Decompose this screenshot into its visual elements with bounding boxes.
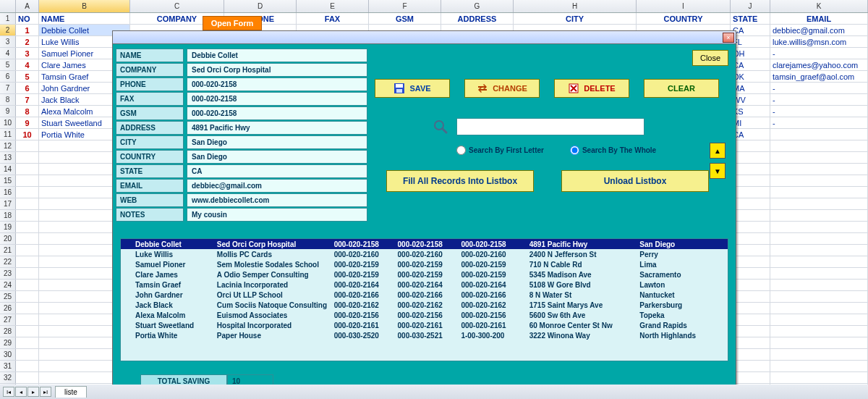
search-by-first-letter-radio[interactable]: Search By First Letter [456,146,544,155]
cell-no[interactable] [16,361,39,371]
row-number[interactable]: 5 [0,59,16,70]
cell-state[interactable] [731,291,770,302]
list-item[interactable]: John GardnerOrci Ut LLP School000-020-21… [121,290,728,300]
cell-email[interactable]: tamsin_graef@aol.com [770,71,868,82]
col-letter[interactable]: I [637,0,731,12]
cell-state[interactable]: WV [731,94,770,105]
cell-state[interactable]: MA [731,83,770,93]
cell-email[interactable] [770,210,868,221]
tab-nav-prev-icon[interactable]: ◂ [15,387,27,397]
cell-email[interactable] [770,337,868,348]
row-number[interactable]: 13 [0,152,16,163]
cell-email[interactable]: - [770,83,868,93]
cell-no[interactable] [16,198,39,209]
cell-no[interactable] [16,233,39,244]
cell-state[interactable]: KS [731,106,770,117]
row-number[interactable]: 27 [0,314,16,325]
cell-email[interactable] [770,349,868,360]
cell-state[interactable] [731,349,770,360]
close-button[interactable]: Close [692,50,728,66]
userform-titlebar[interactable]: × [113,31,736,44]
row-number[interactable]: 31 [0,361,16,371]
col-letter[interactable]: B [39,0,130,12]
cell-no[interactable] [16,280,39,290]
cell-state[interactable]: CA [731,59,770,70]
col-letter[interactable]: C [130,0,224,12]
row-number[interactable]: 10 [0,117,16,128]
web-input[interactable] [187,193,367,207]
cell-no[interactable] [16,210,39,221]
list-item[interactable]: Tamsin GraefLacinia Incorporated000-020-… [121,280,728,290]
cell-no[interactable] [16,291,39,302]
cell-email[interactable] [770,280,868,290]
records-listbox[interactable]: Debbie ColletSed Orci Corp Hospital000-0… [120,238,728,361]
cell-no[interactable]: 6 [16,83,39,93]
cell-no[interactable] [16,337,39,348]
cell-email[interactable] [770,256,868,267]
cell-no[interactable] [16,303,39,314]
row-number[interactable]: 20 [0,233,16,244]
cell-no[interactable] [16,245,39,256]
cell-email[interactable] [770,187,868,198]
save-button[interactable]: SAVE [375,79,450,98]
list-item[interactable]: Alexa MalcolmEuismod Associates000-020-2… [121,310,728,320]
cell-state[interactable] [731,233,770,244]
row-number[interactable]: 18 [0,210,16,221]
cell-state[interactable] [731,198,770,209]
cell-email[interactable]: - [770,106,868,117]
cell-state[interactable] [731,280,770,290]
cell-no[interactable] [16,222,39,232]
row-number[interactable]: 9 [0,106,16,117]
cell-no[interactable]: 2 [16,36,39,47]
cell-no[interactable]: 10 [16,129,39,140]
list-item[interactable]: Portia WhitePaper House000-030-2520000-0… [121,330,728,340]
cell-email[interactable] [770,152,868,163]
row-number[interactable]: 2 [0,25,16,35]
row-number[interactable]: 25 [0,291,16,302]
close-icon[interactable]: × [723,33,734,43]
cell-no[interactable] [16,140,39,151]
state-input[interactable] [187,164,367,178]
cell-state[interactable]: CA [731,129,770,140]
cell-state[interactable] [731,245,770,256]
cell-no[interactable] [16,175,39,186]
cell-email[interactable] [770,198,868,209]
col-letter[interactable]: G [441,0,514,12]
cell-no[interactable] [16,152,39,163]
cell-state[interactable] [731,314,770,325]
row-number[interactable]: 23 [0,268,16,279]
col-letter[interactable]: J [731,0,770,12]
cell-state[interactable] [731,268,770,279]
row-number[interactable]: 29 [0,337,16,348]
cell-state[interactable] [731,337,770,348]
row-number[interactable]: 8 [0,94,16,105]
row-number[interactable]: 22 [0,256,16,267]
list-item[interactable]: Samuel PionerSem Molestie Sodales School… [121,259,728,269]
cell-state[interactable] [731,164,770,175]
change-button[interactable]: CHANGE [464,79,540,98]
fax-input[interactable] [187,92,367,106]
notes-input[interactable] [187,208,367,222]
search-by-whole-radio[interactable]: Search By The Whole [570,146,656,155]
cell-state[interactable] [731,326,770,337]
city-input[interactable] [187,135,367,149]
open-form-button[interactable]: Open Form [203,16,262,30]
tab-nav-first-icon[interactable]: I◂ [3,387,14,397]
list-item[interactable]: Debbie ColletSed Orci Corp Hospital000-0… [121,239,728,249]
cell-email[interactable]: clarejames@yahoo.com [770,59,868,70]
row-number[interactable]: 14 [0,164,16,175]
cell-email[interactable] [770,233,868,244]
company-input[interactable] [187,63,367,77]
cell-email[interactable] [770,326,868,337]
search-input[interactable] [456,118,644,135]
row-number[interactable]: 32 [0,372,16,383]
col-letter[interactable]: E [297,0,369,12]
cell-email[interactable]: - [770,94,868,105]
row-number[interactable]: 17 [0,198,16,209]
cell-state[interactable] [731,210,770,221]
cell-email[interactable] [770,164,868,175]
gsm-input[interactable] [187,106,367,120]
delete-button[interactable]: DELETE [554,79,629,98]
list-item[interactable]: Clare JamesA Odio Semper Consulting000-0… [121,269,728,280]
cell-state[interactable] [731,152,770,163]
